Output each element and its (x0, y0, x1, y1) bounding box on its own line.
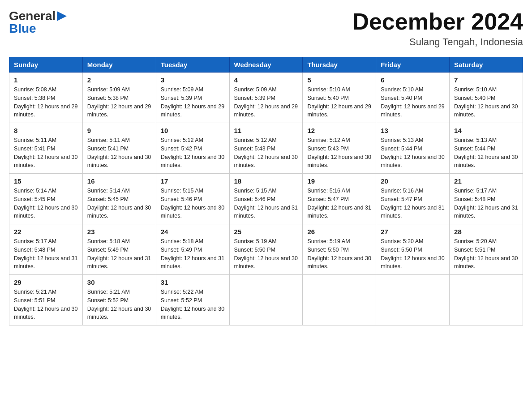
calendar-week-row: 15 Sunrise: 5:14 AMSunset: 5:45 PMDaylig… (9, 174, 523, 224)
day-number: 26 (307, 228, 371, 235)
day-info: Sunrise: 5:12 AMSunset: 5:43 PMDaylight:… (234, 137, 298, 168)
day-info: Sunrise: 5:21 AMSunset: 5:52 PMDaylight:… (87, 289, 151, 320)
day-info: Sunrise: 5:13 AMSunset: 5:44 PMDaylight:… (381, 137, 444, 168)
day-number: 25 (234, 228, 298, 235)
table-row (450, 275, 523, 325)
table-row: 18 Sunrise: 5:15 AMSunset: 5:46 PMDaylig… (229, 174, 303, 224)
table-row: 28 Sunrise: 5:20 AMSunset: 5:51 PMDaylig… (450, 224, 523, 275)
logo-chevron-icon (57, 11, 67, 21)
day-number: 8 (14, 127, 78, 134)
month-title: December 2024 (352, 9, 523, 34)
calendar-week-row: 1 Sunrise: 5:08 AMSunset: 5:38 PMDayligh… (9, 73, 523, 123)
day-number: 12 (307, 127, 371, 134)
table-row: 2 Sunrise: 5:09 AMSunset: 5:38 PMDayligh… (82, 73, 156, 123)
day-info: Sunrise: 5:20 AMSunset: 5:50 PMDaylight:… (381, 238, 444, 270)
calendar-week-row: 29 Sunrise: 5:21 AMSunset: 5:51 PMDaylig… (9, 275, 523, 325)
day-info: Sunrise: 5:12 AMSunset: 5:42 PMDaylight:… (161, 137, 224, 168)
day-info: Sunrise: 5:18 AMSunset: 5:49 PMDaylight:… (161, 238, 224, 270)
col-monday: Monday (82, 57, 156, 73)
table-row: 30 Sunrise: 5:21 AMSunset: 5:52 PMDaylig… (82, 275, 156, 325)
table-row (303, 275, 376, 325)
day-number: 6 (381, 76, 445, 84)
day-number: 18 (234, 177, 298, 185)
page-header: General Blue December 2024 Sulang Tengah… (9, 9, 523, 48)
day-number: 21 (454, 177, 518, 185)
day-number: 9 (87, 127, 151, 134)
col-friday: Friday (376, 57, 450, 73)
location-subtitle: Sulang Tengah, Indonesia (352, 36, 523, 48)
table-row (229, 275, 303, 325)
day-number: 2 (87, 76, 151, 84)
logo-word-blue: Blue (9, 21, 36, 35)
table-row: 31 Sunrise: 5:22 AMSunset: 5:52 PMDaylig… (156, 275, 229, 325)
calendar-week-row: 22 Sunrise: 5:17 AMSunset: 5:48 PMDaylig… (9, 224, 523, 275)
title-block: December 2024 Sulang Tengah, Indonesia (352, 9, 523, 48)
day-info: Sunrise: 5:15 AMSunset: 5:46 PMDaylight:… (161, 188, 224, 219)
day-number: 29 (14, 278, 78, 286)
table-row: 22 Sunrise: 5:17 AMSunset: 5:48 PMDaylig… (9, 224, 83, 275)
day-info: Sunrise: 5:12 AMSunset: 5:43 PMDaylight:… (307, 137, 371, 168)
day-number: 15 (14, 177, 78, 185)
day-number: 19 (307, 177, 371, 185)
day-info: Sunrise: 5:09 AMSunset: 5:39 PMDaylight:… (234, 86, 298, 118)
day-number: 14 (454, 127, 518, 134)
table-row: 14 Sunrise: 5:13 AMSunset: 5:44 PMDaylig… (450, 123, 523, 174)
table-row: 15 Sunrise: 5:14 AMSunset: 5:45 PMDaylig… (9, 174, 83, 224)
day-number: 28 (454, 228, 518, 235)
col-thursday: Thursday (303, 57, 376, 73)
table-row: 3 Sunrise: 5:09 AMSunset: 5:39 PMDayligh… (156, 73, 229, 123)
col-wednesday: Wednesday (229, 57, 303, 73)
table-row: 19 Sunrise: 5:16 AMSunset: 5:47 PMDaylig… (303, 174, 376, 224)
day-info: Sunrise: 5:09 AMSunset: 5:39 PMDaylight:… (161, 86, 224, 118)
table-row: 17 Sunrise: 5:15 AMSunset: 5:46 PMDaylig… (156, 174, 229, 224)
day-info: Sunrise: 5:16 AMSunset: 5:47 PMDaylight:… (307, 188, 371, 219)
table-row: 29 Sunrise: 5:21 AMSunset: 5:51 PMDaylig… (9, 275, 83, 325)
day-number: 16 (87, 177, 151, 185)
day-info: Sunrise: 5:16 AMSunset: 5:47 PMDaylight:… (381, 188, 444, 219)
table-row: 16 Sunrise: 5:14 AMSunset: 5:45 PMDaylig… (82, 174, 156, 224)
day-number: 5 (307, 76, 371, 84)
day-number: 31 (161, 278, 225, 286)
day-info: Sunrise: 5:21 AMSunset: 5:51 PMDaylight:… (14, 289, 77, 320)
day-info: Sunrise: 5:10 AMSunset: 5:40 PMDaylight:… (307, 86, 371, 118)
day-info: Sunrise: 5:17 AMSunset: 5:48 PMDaylight:… (14, 238, 77, 270)
day-number: 10 (161, 127, 225, 134)
table-row: 25 Sunrise: 5:19 AMSunset: 5:50 PMDaylig… (229, 224, 303, 275)
day-number: 7 (454, 76, 518, 84)
day-info: Sunrise: 5:13 AMSunset: 5:44 PMDaylight:… (454, 137, 518, 168)
day-number: 22 (14, 228, 78, 235)
table-row: 10 Sunrise: 5:12 AMSunset: 5:42 PMDaylig… (156, 123, 229, 174)
day-info: Sunrise: 5:10 AMSunset: 5:40 PMDaylight:… (381, 86, 444, 118)
day-number: 4 (234, 76, 298, 84)
day-number: 11 (234, 127, 298, 134)
col-sunday: Sunday (9, 57, 83, 73)
col-tuesday: Tuesday (156, 57, 229, 73)
calendar-table: Sunday Monday Tuesday Wednesday Thursday… (9, 57, 523, 325)
day-info: Sunrise: 5:14 AMSunset: 5:45 PMDaylight:… (14, 188, 77, 219)
svg-marker-0 (57, 11, 67, 21)
table-row: 21 Sunrise: 5:17 AMSunset: 5:48 PMDaylig… (450, 174, 523, 224)
table-row: 27 Sunrise: 5:20 AMSunset: 5:50 PMDaylig… (376, 224, 450, 275)
table-row (376, 275, 450, 325)
table-row: 13 Sunrise: 5:13 AMSunset: 5:44 PMDaylig… (376, 123, 450, 174)
day-number: 1 (14, 76, 78, 84)
table-row: 7 Sunrise: 5:10 AMSunset: 5:40 PMDayligh… (450, 73, 523, 123)
table-row: 23 Sunrise: 5:18 AMSunset: 5:49 PMDaylig… (82, 224, 156, 275)
day-number: 23 (87, 228, 151, 235)
day-number: 20 (381, 177, 445, 185)
day-info: Sunrise: 5:17 AMSunset: 5:48 PMDaylight:… (454, 188, 518, 219)
day-number: 13 (381, 127, 445, 134)
table-row: 20 Sunrise: 5:16 AMSunset: 5:47 PMDaylig… (376, 174, 450, 224)
table-row: 12 Sunrise: 5:12 AMSunset: 5:43 PMDaylig… (303, 123, 376, 174)
calendar-header-row: Sunday Monday Tuesday Wednesday Thursday… (9, 57, 523, 73)
table-row: 24 Sunrise: 5:18 AMSunset: 5:49 PMDaylig… (156, 224, 229, 275)
table-row: 6 Sunrise: 5:10 AMSunset: 5:40 PMDayligh… (376, 73, 450, 123)
calendar-week-row: 8 Sunrise: 5:11 AMSunset: 5:41 PMDayligh… (9, 123, 523, 174)
day-number: 30 (87, 278, 151, 286)
day-info: Sunrise: 5:11 AMSunset: 5:41 PMDaylight:… (87, 137, 151, 168)
day-info: Sunrise: 5:22 AMSunset: 5:52 PMDaylight:… (161, 289, 224, 320)
table-row: 1 Sunrise: 5:08 AMSunset: 5:38 PMDayligh… (9, 73, 83, 123)
day-info: Sunrise: 5:18 AMSunset: 5:49 PMDaylight:… (87, 238, 151, 270)
day-info: Sunrise: 5:08 AMSunset: 5:38 PMDaylight:… (14, 86, 77, 118)
day-number: 27 (381, 228, 445, 235)
